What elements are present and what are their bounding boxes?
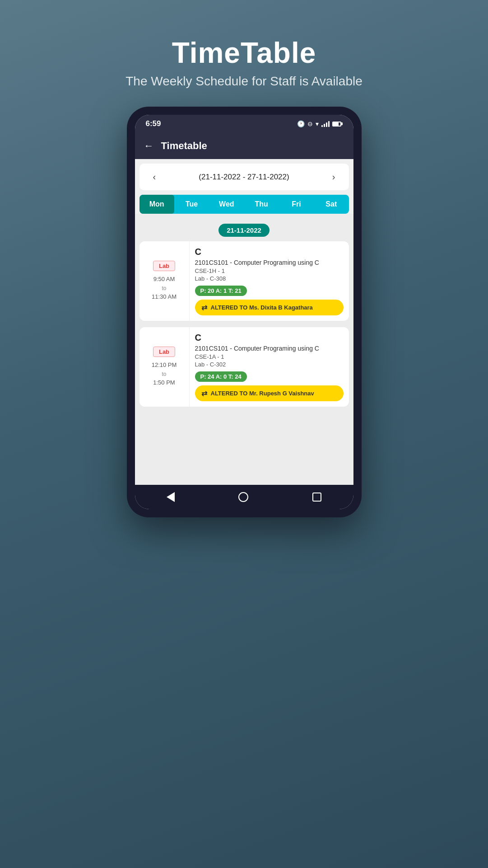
altered-icon-1: ⇄ [201,303,207,312]
app-bar-title: Timetable [161,140,207,152]
tab-thu[interactable]: Thu [244,195,279,214]
class-room-2: Lab - C-302 [195,361,344,368]
nav-recent-button[interactable] [312,493,321,502]
time-section-1: Lab 9:50 AM to 11:30 AM [139,241,189,321]
week-range: (21-11-2022 - 27-11-2022) [199,173,289,182]
altered-text-1: ALTERED TO Ms. Dixita B Kagathara [211,304,313,311]
attendance-badge-1: P: 20 A: 1 T: 21 [195,286,247,296]
phone-frame: 6:59 🕐 ⊖ ▾ ← Timetable [127,107,362,517]
battery-icon [332,122,343,127]
week-nav: ‹ (21-11-2022 - 27-11-2022) › [139,164,349,190]
back-button[interactable]: ← [144,140,154,152]
tab-sat[interactable]: Sat [314,195,349,214]
prev-week-button[interactable]: ‹ [149,170,161,184]
bottom-nav [135,485,353,509]
class-code-1: C [195,247,344,257]
lab-badge-1: Lab [153,261,175,271]
nav-home-button[interactable] [238,492,248,502]
class-name-1: 2101CS101 - Computer Programing using C [195,259,344,266]
phone-screen: 6:59 🕐 ⊖ ▾ ← Timetable [135,115,353,509]
day-tabs: Mon Tue Wed Thu Fri Sat [139,195,349,214]
time-section-2: Lab 12:10 PM to 1:50 PM [139,327,189,407]
page-title: TimeTable [125,36,363,70]
tab-fri[interactable]: Fri [279,195,314,214]
status-time: 6:59 [146,119,161,128]
class-details-1: C 2101CS101 - Computer Programing using … [189,241,349,321]
status-icons: 🕐 ⊖ ▾ [297,120,343,127]
signal-icon [321,121,330,127]
time-start-2: 12:10 PM to 1:50 PM [152,361,177,387]
altered-badge-2: ⇄ ALTERED TO Mr. Rupesh G Vaishnav [195,385,344,401]
class-code-2: C [195,333,344,343]
class-card-2: Lab 12:10 PM to 1:50 PM C 2101CS101 - Co… [139,327,349,407]
time-start-1: 9:50 AM to 11:30 AM [152,275,177,301]
class-name-2: 2101CS101 - Computer Programing using C [195,345,344,352]
tab-tue[interactable]: Tue [174,195,209,214]
clock-icon: 🕐 [297,120,305,127]
class-card-1: Lab 9:50 AM to 11:30 AM C 2101CS101 - Co… [139,241,349,321]
status-bar: 6:59 🕐 ⊖ ▾ [135,115,353,133]
schedule-content: 21-11-2022 Lab 9:50 AM to 11:30 AM C 210… [135,214,353,485]
next-week-button[interactable]: › [328,170,340,184]
date-badge: 21-11-2022 [218,224,270,237]
date-badge-container: 21-11-2022 [139,224,349,237]
tab-wed[interactable]: Wed [209,195,244,214]
attendance-badge-2: P: 24 A: 0 T: 24 [195,371,247,382]
page-header: TimeTable The Weekly Schedule for Staff … [125,36,363,89]
nav-back-button[interactable] [167,492,175,502]
class-room-1: Lab - C-308 [195,275,344,282]
altered-badge-1: ⇄ ALTERED TO Ms. Dixita B Kagathara [195,300,344,315]
wifi-icon: ▾ [316,120,319,127]
tab-mon[interactable]: Mon [139,195,174,214]
class-section-1: CSE-1H - 1 [195,267,344,274]
class-section-2: CSE-1A - 1 [195,353,344,360]
app-bar: ← Timetable [135,133,353,159]
lab-badge-2: Lab [153,347,175,357]
minus-circle-icon: ⊖ [307,120,313,127]
class-details-2: C 2101CS101 - Computer Programing using … [189,327,349,407]
altered-icon-2: ⇄ [201,389,207,398]
page-subtitle: The Weekly Schedule for Staff is Availab… [125,74,363,89]
altered-text-2: ALTERED TO Mr. Rupesh G Vaishnav [211,390,314,397]
